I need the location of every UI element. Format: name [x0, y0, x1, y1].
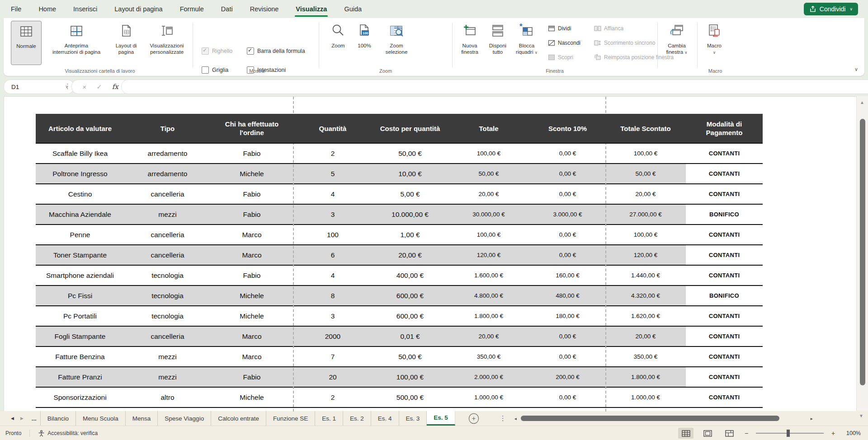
cell[interactable]: 100,00 € [605, 225, 686, 244]
cell[interactable]: 100 [293, 225, 373, 244]
cell[interactable]: CONTANTI [686, 144, 763, 163]
cell[interactable]: Fabio [211, 367, 293, 387]
zoom-level[interactable]: 100% [843, 430, 861, 436]
cell[interactable]: 350,00 € [448, 347, 530, 366]
cell[interactable]: 3.000,00 € [530, 205, 605, 224]
page-layout-view-button[interactable]: Layout di pagina [110, 21, 142, 55]
cell[interactable]: Fatture Pranzi [36, 367, 124, 387]
cell[interactable]: 7 [293, 347, 373, 366]
cell[interactable]: mezzi [124, 367, 211, 387]
cell[interactable]: 6 [293, 245, 373, 265]
menu-tab[interactable]: Home [38, 0, 57, 18]
sheet-tab[interactable]: Funzione SE [266, 411, 315, 426]
column-header[interactable]: Quantità [293, 114, 373, 143]
normal-view-button[interactable] [678, 428, 693, 439]
menu-tab[interactable]: Inserisci [72, 0, 98, 18]
share-button[interactable]: Condividi ∨ [804, 3, 858, 15]
cell[interactable]: 50,00 € [373, 144, 448, 163]
show-checkbox[interactable]: Righello [202, 42, 243, 61]
page-layout-view-button[interactable] [700, 428, 715, 439]
cell[interactable]: Fabio [211, 266, 293, 285]
zoom-100-button[interactable]: 100 100% [353, 21, 376, 49]
cell[interactable]: 30.000,00 € [448, 205, 530, 224]
cell[interactable]: Toner Stampante [36, 245, 124, 265]
zoom-in-button[interactable]: + [830, 430, 836, 437]
cell[interactable]: Michele [211, 306, 293, 326]
cell[interactable]: 8 [293, 286, 373, 305]
cell[interactable]: Macchina Aziendale [36, 205, 124, 224]
column-header[interactable]: Costo per quantità [373, 114, 448, 143]
cell[interactable]: 600,00 € [373, 286, 448, 305]
cell[interactable]: 100,00 € [448, 144, 530, 163]
cell[interactable]: CONTANTI [686, 184, 763, 204]
cell[interactable]: 1.440,00 € [605, 266, 686, 285]
cell[interactable]: cancelleria [124, 245, 211, 265]
cell[interactable]: 1.620,00 € [605, 306, 686, 326]
cell[interactable]: Fabio [211, 205, 293, 224]
cell[interactable]: cancelleria [124, 225, 211, 244]
cell[interactable]: 100,00 € [605, 144, 686, 163]
sheet-grid[interactable]: Articolo da valutare Tipo Chi ha effettu… [4, 96, 857, 412]
zoom-button[interactable]: Zoom [326, 21, 351, 49]
sheet-tab[interactable]: Bilancio [41, 411, 76, 426]
scroll-left-icon[interactable]: ◂ [514, 416, 517, 421]
sheet-tab[interactable]: Es. 1 [315, 411, 343, 426]
cell[interactable]: 100,00 € [373, 367, 448, 387]
cell[interactable]: Marco [211, 347, 293, 366]
new-sheet-button[interactable]: + [469, 413, 479, 424]
cell[interactable]: tecnologia [124, 306, 211, 326]
cell[interactable]: 0,00 € [530, 164, 605, 183]
sheet-tab[interactable]: Es. 2 [343, 411, 371, 426]
horizontal-scroll-thumb[interactable] [521, 416, 779, 421]
cell[interactable]: 1.800,00 € [605, 367, 686, 387]
cell[interactable]: 1.600,00 € [448, 266, 530, 285]
page-break-preview-button[interactable] [722, 428, 737, 439]
cell[interactable]: 600,00 € [373, 306, 448, 326]
cell[interactable]: 4 [293, 266, 373, 285]
sheet-tab[interactable]: Mensa [126, 411, 158, 426]
cell[interactable]: CONTANTI [686, 245, 763, 265]
zoom-to-selection-button[interactable]: Zoom selezione [380, 21, 413, 55]
column-header[interactable]: Chi ha effettuato l'ordine [211, 114, 293, 143]
cell[interactable]: tecnologia [124, 286, 211, 305]
cell[interactable]: 20,00 € [373, 245, 448, 265]
cell[interactable]: CONTANTI [686, 347, 763, 366]
cell[interactable]: Michele [211, 388, 293, 407]
cell[interactable]: 120,00 € [605, 245, 686, 265]
cell[interactable]: 160,00 € [530, 266, 605, 285]
menu-tab[interactable]: Dati [220, 0, 234, 18]
cell[interactable]: Fogli Stampante [36, 327, 124, 346]
sheet-tab[interactable]: Calcolo entrate [211, 411, 266, 426]
menu-tab[interactable]: Visualizza [295, 0, 328, 18]
cell[interactable]: 0,00 € [530, 225, 605, 244]
hide-button[interactable]: Nascondi [548, 37, 580, 49]
menu-tab[interactable]: Formule [179, 0, 205, 18]
cell[interactable]: 50,00 € [373, 347, 448, 366]
cell[interactable]: 50,00 € [605, 164, 686, 183]
cell[interactable]: arredamento [124, 144, 211, 163]
cell[interactable]: Penne [36, 225, 124, 244]
cell[interactable]: 50,00 € [448, 164, 530, 183]
page-break-preview-button[interactable]: Anteprima interruzioni di pagina [47, 21, 106, 55]
column-header[interactable]: Totale Scontato [605, 114, 686, 143]
column-header[interactable]: Modalità di Pagamento [686, 114, 763, 143]
normale-view-button[interactable]: Normale [11, 21, 42, 65]
cell[interactable]: BONIFICO [686, 286, 763, 305]
cell[interactable]: tecnologia [124, 266, 211, 285]
menu-tab[interactable]: Guida [343, 0, 363, 18]
cell[interactable]: 10,00 € [373, 164, 448, 183]
tab-scroll-left-icon[interactable]: ◀ [11, 416, 14, 421]
cell[interactable]: 0,00 € [530, 245, 605, 265]
cell[interactable]: 4 [293, 184, 373, 204]
cell[interactable]: 480,00 € [530, 286, 605, 305]
cell[interactable]: 0,00 € [530, 184, 605, 204]
cell[interactable]: cancelleria [124, 184, 211, 204]
cell[interactable]: 3 [293, 306, 373, 326]
cell[interactable]: 20,00 € [448, 184, 530, 204]
cell[interactable]: CONTANTI [686, 367, 763, 387]
cell[interactable]: 4.320,00 € [605, 286, 686, 305]
name-box[interactable]: D1 ∨ [4, 80, 74, 94]
cell[interactable]: CONTANTI [686, 388, 763, 407]
cell[interactable]: 10.000,00 € [373, 205, 448, 224]
insert-function-icon[interactable]: fx [112, 83, 118, 91]
